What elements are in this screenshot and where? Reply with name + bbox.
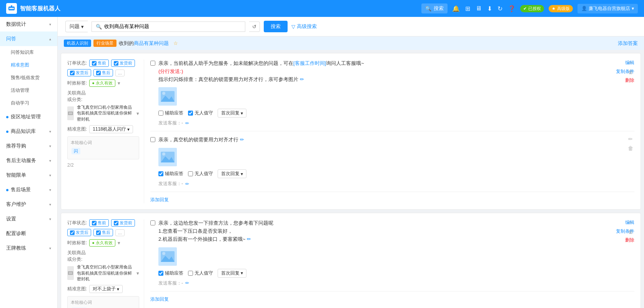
checkbox-after-sale-2[interactable] [96, 230, 101, 235]
aux-reply-label-1[interactable]: 辅助应答 [158, 110, 183, 116]
top-search[interactable]: 🔍 搜索 [421, 3, 448, 13]
user-area[interactable]: 👤 廉飞电器自营旗舰店 ▾ [577, 4, 638, 13]
sidebar-item-master-teach[interactable]: 王牌教练 ▾ [0, 241, 57, 255]
unmanned-checkbox-2[interactable] [188, 171, 193, 176]
sidebar-item-qa-knowledge[interactable]: 问答知识库 [0, 46, 57, 59]
answer-select-2[interactable] [150, 137, 155, 142]
answer-text-2: 亲亲，真空机的锁需要用力对齐才行 ✏ [158, 136, 624, 144]
edit-icon[interactable]: ✏ [300, 76, 304, 82]
chevron-down-icon[interactable]: ▾ [118, 80, 120, 86]
sidebar-item-activity-mgmt[interactable]: 活动管理 [0, 84, 57, 97]
tag-before-ship-2[interactable]: 发货前 [111, 219, 135, 227]
unmanned-label-1[interactable]: 无人值守 [188, 110, 213, 116]
first-reply-btn-2[interactable]: 首次回复 ▾ [218, 169, 246, 178]
edit-icon-2[interactable]: ✏ [240, 137, 244, 142]
search-input[interactable] [104, 24, 241, 30]
tag-after-ship[interactable]: 发货后 [67, 69, 91, 76]
monitor-icon[interactable]: 🖥 [476, 5, 482, 12]
checkbox-after-ship[interactable] [70, 71, 75, 75]
refresh-btn[interactable]: ↺ [249, 22, 260, 32]
sidebar-item-region-addr[interactable]: 疫区地址管理 [0, 109, 57, 124]
chevron-down-icon-2[interactable]: ▾ [118, 240, 120, 246]
checkbox-before-ship[interactable] [114, 61, 118, 66]
help-icon[interactable]: ❓ [508, 5, 516, 12]
add-reply-link-2[interactable]: 添加回复 [150, 296, 634, 303]
badge-vip: ★ 高级版 [549, 5, 573, 12]
more-button[interactable]: ... [115, 70, 125, 76]
chevron-down-icon[interactable]: ▾ [136, 111, 139, 116]
unmanned-label-3[interactable]: 无人值守 [188, 270, 213, 277]
aux-reply-checkbox-1[interactable] [158, 111, 163, 116]
checkbox-before-sale-2[interactable] [92, 221, 97, 225]
first-reply-btn-1[interactable]: 首次回复 ▾ [218, 109, 246, 118]
edit-send-icon-2[interactable]: ✏ [185, 181, 189, 187]
sidebar-item-pre-sale[interactable]: 预售/低俗发货 [0, 71, 57, 84]
answer-select-3[interactable] [150, 220, 155, 225]
precision-value-2[interactable]: 对不上袋子 ▾ [89, 285, 123, 293]
card-delete-btn-2[interactable]: 删除 [625, 237, 634, 243]
delete-answer-icon-2[interactable]: 🗑 [628, 145, 633, 151]
tag-after-sale[interactable]: 售后 [93, 69, 113, 76]
checkbox-before-sale[interactable] [92, 61, 97, 66]
download-icon[interactable]: ⬇ [487, 5, 492, 12]
search-button[interactable]: 搜索 [264, 21, 288, 32]
aux-reply-label-3[interactable]: 辅助应答 [158, 270, 183, 277]
sidebar-item-goods-knowledge[interactable]: 商品知识库 ▾ [0, 124, 57, 139]
sidebar-item-settings[interactable]: 设置 ▾ [0, 212, 57, 226]
add-reply-link-1[interactable]: 添加回复 [150, 197, 634, 203]
card-copy-btn-2[interactable]: 复制条件 [616, 228, 634, 235]
aux-reply-checkbox-3[interactable] [158, 271, 163, 276]
checkbox-after-sale[interactable] [96, 71, 101, 75]
tag-before-ship[interactable]: 发货前 [111, 60, 135, 67]
tag-before-sale[interactable]: 售前 [89, 60, 109, 67]
aux-reply-checkbox-2[interactable] [158, 171, 163, 176]
unmanned-label-2[interactable]: 无人值守 [188, 171, 213, 177]
card-left-2: 订单状态: 售前 发货前 发货后 售后 ... [67, 219, 144, 308]
unmanned-checkbox-1[interactable] [188, 111, 193, 116]
more-button-2[interactable]: ... [115, 229, 125, 236]
advanced-search[interactable]: ▽ 高级搜索 [291, 23, 317, 30]
card-edit-btn-2[interactable]: 编辑 [625, 219, 634, 226]
sidebar-label-data-stats: 数据统计 [6, 21, 26, 28]
card-delete-btn-1[interactable]: 删除 [625, 77, 634, 84]
tag-before-sale-2[interactable]: 售前 [89, 219, 109, 227]
add-answer-button[interactable]: 添加答案 [618, 40, 638, 47]
sidebar-item-recommend[interactable]: 推荐导购 ▾ [0, 139, 57, 153]
sidebar-item-qa[interactable]: 问答 ▴ [0, 31, 57, 46]
sidebar-item-after-scene[interactable]: 售后场景 ▾ [0, 182, 57, 197]
edit-answer-icon-2[interactable]: ✏ [628, 136, 633, 142]
bell-icon[interactable]: 🔔 [452, 5, 460, 12]
precision-value[interactable]: 1118机器人闪疗 ▾ [89, 125, 133, 133]
sidebar-item-data-stats[interactable]: 数据统计 ▾ [0, 17, 57, 31]
tag-after-sale-2[interactable]: 售后 [93, 229, 113, 236]
type-select[interactable]: 问题 ▾ [65, 21, 88, 32]
keyword-tag[interactable]: 闪 [72, 148, 80, 154]
edit-send-icon-1[interactable]: ✏ [185, 121, 189, 126]
chevron-down-icon: ▾ [81, 24, 84, 30]
tag-industry: 行业场景 [93, 40, 116, 47]
tag-after-ship-2[interactable]: 发货后 [67, 229, 91, 236]
first-reply-btn-3[interactable]: 首次回复 ▾ [218, 269, 246, 278]
refresh-icon[interactable]: ↻ [498, 5, 503, 12]
sidebar-item-auto-learn[interactable]: 自动学习 [0, 97, 57, 109]
checkbox-before-ship-2[interactable] [114, 221, 118, 225]
star-icon[interactable]: ☆ [173, 40, 178, 46]
edit-icon-3[interactable]: ✏ [247, 236, 251, 242]
chevron-down-icon[interactable]: ▾ [136, 270, 139, 276]
answer-actions-1: 辅助应答 无人值守 首次回复 ▾ [158, 109, 624, 118]
checkbox-after-ship-2[interactable] [70, 230, 75, 235]
answer-select-1[interactable] [150, 61, 155, 66]
edit-send-icon-3[interactable]: ✏ [185, 280, 189, 286]
card-copy-btn-1[interactable]: 复制条件 [616, 68, 634, 75]
sidebar-item-smart-order[interactable]: 智能限单 ▾ [0, 168, 57, 182]
tag-question: 收到的商品有某种问题 [119, 40, 169, 47]
sidebar-item-customer-care[interactable]: 客户维护 ▾ [0, 197, 57, 212]
sidebar-item-seller-service[interactable]: 售后主动服务 ▾ [0, 153, 57, 168]
sidebar-item-precision-intent[interactable]: 精准意图 [0, 59, 57, 71]
sidebar-item-config-diag[interactable]: 配置诊断 [0, 226, 57, 241]
chevron-icon: ▾ [49, 173, 51, 177]
card-edit-btn-1[interactable]: 编辑 [625, 60, 634, 66]
grid-icon[interactable]: ⊞ [465, 5, 470, 12]
unmanned-checkbox-3[interactable] [188, 271, 193, 276]
aux-reply-label-2[interactable]: 辅助应答 [158, 171, 183, 177]
